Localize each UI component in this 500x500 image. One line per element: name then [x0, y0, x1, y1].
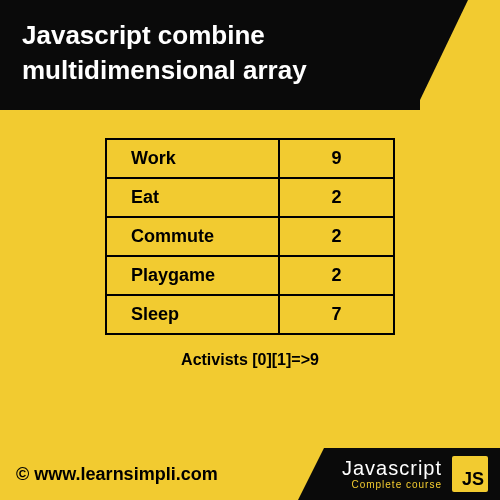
page-title: Javascript combine multidimensional arra… [22, 18, 398, 88]
table-caption: Activists [0][1]=>9 [105, 351, 395, 369]
table-row: Playgame 2 [106, 256, 394, 295]
site-credit: © www.learnsimpli.com [0, 464, 218, 485]
row-value: 2 [279, 217, 394, 256]
course-badge: Javascript Complete course JS [324, 448, 500, 500]
header-banner: Javascript combine multidimensional arra… [0, 0, 420, 110]
row-value: 2 [279, 256, 394, 295]
row-label: Work [106, 139, 279, 178]
array-table: Work 9 Eat 2 Commute 2 Playgame 2 Sleep … [105, 138, 395, 335]
table-row: Commute 2 [106, 217, 394, 256]
row-value: 9 [279, 139, 394, 178]
table-row: Eat 2 [106, 178, 394, 217]
table-row: Work 9 [106, 139, 394, 178]
js-logo-icon: JS [452, 456, 488, 492]
row-value: 2 [279, 178, 394, 217]
row-label: Commute [106, 217, 279, 256]
badge-sub-text: Complete course [342, 480, 442, 490]
table-row: Sleep 7 [106, 295, 394, 334]
footer: © www.learnsimpli.com Javascript Complet… [0, 448, 500, 500]
row-label: Eat [106, 178, 279, 217]
array-table-wrap: Work 9 Eat 2 Commute 2 Playgame 2 Sleep … [105, 138, 395, 369]
row-label: Sleep [106, 295, 279, 334]
badge-main-text: Javascript [342, 458, 442, 478]
row-label: Playgame [106, 256, 279, 295]
row-value: 7 [279, 295, 394, 334]
array-table-body: Work 9 Eat 2 Commute 2 Playgame 2 Sleep … [106, 139, 394, 334]
badge-text: Javascript Complete course [342, 458, 442, 490]
